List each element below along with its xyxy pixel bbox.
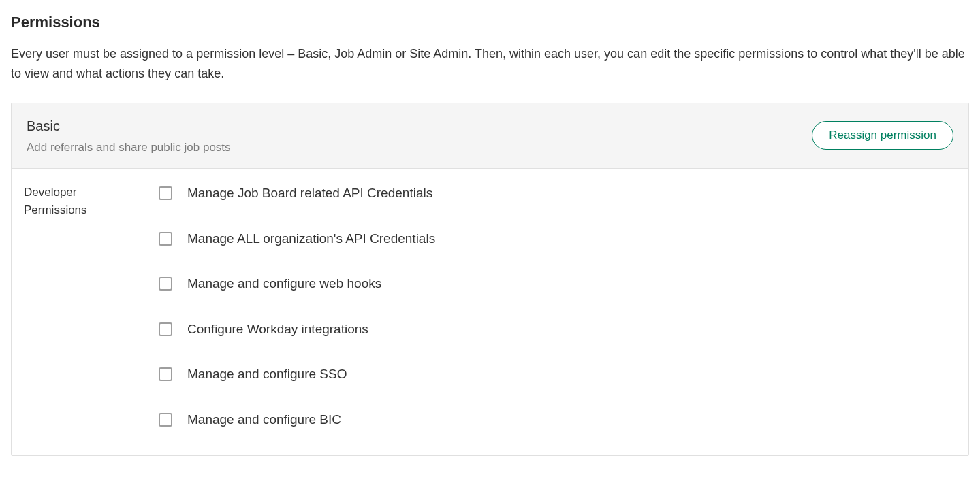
permission-checkbox[interactable] — [159, 277, 172, 291]
page-description: Every user must be assigned to a permiss… — [11, 44, 969, 84]
permission-checkbox[interactable] — [159, 413, 172, 427]
permission-label: Manage and configure SSO — [187, 365, 347, 384]
permission-item: Manage ALL organization's API Credential… — [159, 229, 948, 249]
permission-label: Manage Job Board related API Credentials — [187, 184, 432, 203]
permission-checkbox[interactable] — [159, 367, 172, 381]
permission-checkbox[interactable] — [159, 186, 172, 200]
permission-item: Configure Workday integrations — [159, 320, 948, 339]
page-title: Permissions — [11, 11, 969, 33]
panel-subtitle: Add referrals and share public job posts — [27, 139, 231, 156]
permission-label: Manage and configure BIC — [187, 410, 341, 430]
sidebar: Developer Permissions — [12, 169, 138, 455]
panel-body: Developer Permissions Manage Job Board r… — [12, 169, 968, 455]
permission-item: Manage Job Board related API Credentials — [159, 184, 948, 203]
permission-label: Manage and configure web hooks — [187, 274, 381, 294]
permissions-list: Manage Job Board related API Credentials… — [138, 169, 968, 455]
permission-panel: Basic Add referrals and share public job… — [11, 103, 969, 457]
permission-item: Manage and configure web hooks — [159, 274, 948, 294]
permission-item: Manage and configure BIC — [159, 410, 948, 430]
permission-label: Configure Workday integrations — [187, 320, 368, 339]
permission-checkbox[interactable] — [159, 232, 172, 246]
panel-header: Basic Add referrals and share public job… — [12, 103, 968, 169]
panel-header-text: Basic Add referrals and share public job… — [27, 116, 231, 156]
reassign-permission-button[interactable]: Reassign permission — [812, 121, 953, 150]
panel-title: Basic — [27, 116, 231, 136]
permission-label: Manage ALL organization's API Credential… — [187, 229, 435, 249]
sidebar-section-label[interactable]: Developer Permissions — [24, 184, 125, 218]
permission-checkbox[interactable] — [159, 322, 172, 336]
permission-item: Manage and configure SSO — [159, 365, 948, 384]
